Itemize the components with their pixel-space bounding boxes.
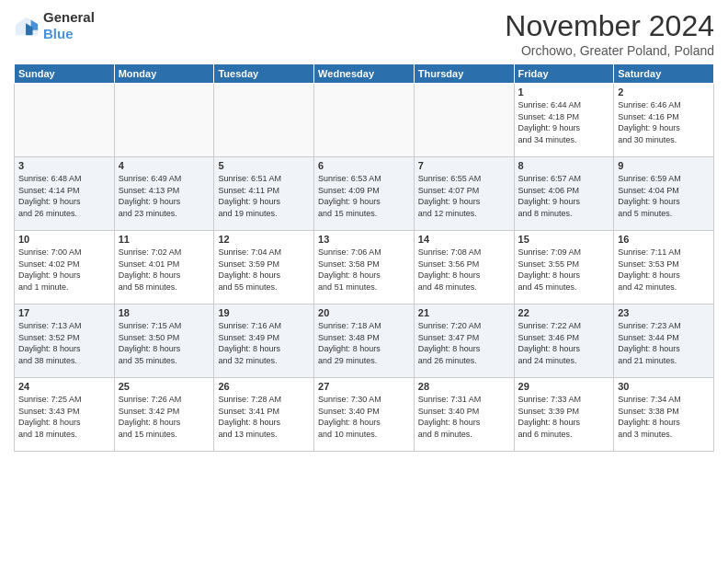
day-info: Sunrise: 6:59 AMSunset: 4:04 PMDaylight:… <box>618 173 710 219</box>
day-number: 6 <box>318 160 410 171</box>
calendar-cell: 17Sunrise: 7:13 AMSunset: 3:52 PMDayligh… <box>15 304 115 378</box>
calendar-cell: 15Sunrise: 7:09 AMSunset: 3:55 PMDayligh… <box>514 231 614 304</box>
day-number: 22 <box>518 307 610 318</box>
calendar-cell: 8Sunrise: 6:57 AMSunset: 4:06 PMDaylight… <box>514 157 614 231</box>
calendar-cell <box>214 84 314 157</box>
week-row-2: 3Sunrise: 6:48 AMSunset: 4:14 PMDaylight… <box>15 157 714 231</box>
day-info: Sunrise: 7:09 AMSunset: 3:55 PMDaylight:… <box>518 247 610 293</box>
day-info: Sunrise: 7:06 AMSunset: 3:58 PMDaylight:… <box>318 247 410 293</box>
day-number: 10 <box>18 234 110 245</box>
day-number: 15 <box>518 234 610 245</box>
day-number: 12 <box>218 234 310 245</box>
day-number: 30 <box>618 381 710 392</box>
col-wednesday: Wednesday <box>314 64 415 84</box>
day-info: Sunrise: 7:28 AMSunset: 3:41 PMDaylight:… <box>218 394 310 440</box>
calendar-cell: 28Sunrise: 7:31 AMSunset: 3:40 PMDayligh… <box>414 378 514 452</box>
day-number: 16 <box>618 234 710 245</box>
day-number: 25 <box>119 381 210 392</box>
day-info: Sunrise: 7:18 AMSunset: 3:48 PMDaylight:… <box>318 320 410 366</box>
calendar-cell <box>114 84 214 157</box>
col-friday: Friday <box>514 64 614 84</box>
day-info: Sunrise: 7:00 AMSunset: 4:02 PMDaylight:… <box>18 247 110 293</box>
day-info: Sunrise: 7:20 AMSunset: 3:47 PMDaylight:… <box>418 320 510 366</box>
day-info: Sunrise: 6:48 AMSunset: 4:14 PMDaylight:… <box>18 173 110 219</box>
col-monday: Monday <box>114 64 214 84</box>
day-number: 24 <box>18 381 110 392</box>
month-title: November 2024 <box>505 9 714 43</box>
calendar-cell: 2Sunrise: 6:46 AMSunset: 4:16 PMDaylight… <box>614 84 714 157</box>
calendar-cell: 22Sunrise: 7:22 AMSunset: 3:46 PMDayligh… <box>514 304 614 378</box>
day-info: Sunrise: 7:26 AMSunset: 3:42 PMDaylight:… <box>119 394 210 440</box>
calendar-cell: 1Sunrise: 6:44 AMSunset: 4:18 PMDaylight… <box>514 84 614 157</box>
calendar-cell: 23Sunrise: 7:23 AMSunset: 3:44 PMDayligh… <box>614 304 714 378</box>
calendar-cell: 5Sunrise: 6:51 AMSunset: 4:11 PMDaylight… <box>214 157 314 231</box>
calendar-cell: 10Sunrise: 7:00 AMSunset: 4:02 PMDayligh… <box>15 231 115 304</box>
col-tuesday: Tuesday <box>214 64 314 84</box>
header-row: Sunday Monday Tuesday Wednesday Thursday… <box>15 64 714 84</box>
calendar-cell: 14Sunrise: 7:08 AMSunset: 3:56 PMDayligh… <box>414 231 514 304</box>
day-number: 20 <box>318 307 410 318</box>
calendar-cell: 25Sunrise: 7:26 AMSunset: 3:42 PMDayligh… <box>114 378 214 452</box>
week-row-5: 24Sunrise: 7:25 AMSunset: 3:43 PMDayligh… <box>15 378 714 452</box>
day-info: Sunrise: 7:23 AMSunset: 3:44 PMDaylight:… <box>618 320 710 366</box>
day-info: Sunrise: 7:33 AMSunset: 3:39 PMDaylight:… <box>518 394 610 440</box>
logo-icon <box>14 13 40 39</box>
calendar-cell: 29Sunrise: 7:33 AMSunset: 3:39 PMDayligh… <box>514 378 614 452</box>
week-row-3: 10Sunrise: 7:00 AMSunset: 4:02 PMDayligh… <box>15 231 714 304</box>
day-number: 3 <box>18 160 110 171</box>
day-info: Sunrise: 7:08 AMSunset: 3:56 PMDaylight:… <box>418 247 510 293</box>
day-info: Sunrise: 7:22 AMSunset: 3:46 PMDaylight:… <box>518 320 610 366</box>
week-row-1: 1Sunrise: 6:44 AMSunset: 4:18 PMDaylight… <box>15 84 714 157</box>
calendar-cell: 4Sunrise: 6:49 AMSunset: 4:13 PMDaylight… <box>114 157 214 231</box>
day-number: 26 <box>218 381 310 392</box>
title-block: November 2024 Orchowo, Greater Poland, P… <box>505 9 714 58</box>
day-info: Sunrise: 6:57 AMSunset: 4:06 PMDaylight:… <box>518 173 610 219</box>
day-number: 4 <box>119 160 210 171</box>
day-number: 28 <box>418 381 510 392</box>
day-number: 1 <box>518 86 610 98</box>
day-info: Sunrise: 7:31 AMSunset: 3:40 PMDaylight:… <box>418 394 510 440</box>
logo-text: General Blue <box>43 9 95 42</box>
location: Orchowo, Greater Poland, Poland <box>505 43 714 58</box>
day-info: Sunrise: 6:44 AMSunset: 4:18 PMDaylight:… <box>518 99 610 145</box>
day-number: 2 <box>618 86 710 98</box>
calendar-cell: 20Sunrise: 7:18 AMSunset: 3:48 PMDayligh… <box>314 304 415 378</box>
day-info: Sunrise: 7:04 AMSunset: 3:59 PMDaylight:… <box>218 247 310 293</box>
day-info: Sunrise: 7:15 AMSunset: 3:50 PMDaylight:… <box>119 320 210 366</box>
day-info: Sunrise: 6:46 AMSunset: 4:16 PMDaylight:… <box>618 99 710 145</box>
day-number: 17 <box>18 307 110 318</box>
calendar-table: Sunday Monday Tuesday Wednesday Thursday… <box>14 63 714 452</box>
calendar-cell: 26Sunrise: 7:28 AMSunset: 3:41 PMDayligh… <box>214 378 314 452</box>
col-saturday: Saturday <box>614 64 714 84</box>
day-info: Sunrise: 7:13 AMSunset: 3:52 PMDaylight:… <box>18 320 110 366</box>
day-number: 29 <box>518 381 610 392</box>
day-info: Sunrise: 7:34 AMSunset: 3:38 PMDaylight:… <box>618 394 710 440</box>
col-thursday: Thursday <box>414 64 514 84</box>
day-number: 8 <box>518 160 610 171</box>
calendar-cell: 27Sunrise: 7:30 AMSunset: 3:40 PMDayligh… <box>314 378 415 452</box>
calendar-cell: 21Sunrise: 7:20 AMSunset: 3:47 PMDayligh… <box>414 304 514 378</box>
calendar-cell: 6Sunrise: 6:53 AMSunset: 4:09 PMDaylight… <box>314 157 415 231</box>
calendar-cell: 3Sunrise: 6:48 AMSunset: 4:14 PMDaylight… <box>15 157 115 231</box>
day-info: Sunrise: 7:30 AMSunset: 3:40 PMDaylight:… <box>318 394 410 440</box>
calendar-cell: 13Sunrise: 7:06 AMSunset: 3:58 PMDayligh… <box>314 231 415 304</box>
day-number: 19 <box>218 307 310 318</box>
week-row-4: 17Sunrise: 7:13 AMSunset: 3:52 PMDayligh… <box>15 304 714 378</box>
calendar-cell: 18Sunrise: 7:15 AMSunset: 3:50 PMDayligh… <box>114 304 214 378</box>
calendar-cell: 30Sunrise: 7:34 AMSunset: 3:38 PMDayligh… <box>614 378 714 452</box>
day-number: 21 <box>418 307 510 318</box>
day-number: 23 <box>618 307 710 318</box>
calendar-cell: 16Sunrise: 7:11 AMSunset: 3:53 PMDayligh… <box>614 231 714 304</box>
day-number: 13 <box>318 234 410 245</box>
day-number: 9 <box>618 160 710 171</box>
day-info: Sunrise: 6:49 AMSunset: 4:13 PMDaylight:… <box>119 173 210 219</box>
day-info: Sunrise: 7:16 AMSunset: 3:49 PMDaylight:… <box>218 320 310 366</box>
day-info: Sunrise: 6:51 AMSunset: 4:11 PMDaylight:… <box>218 173 310 219</box>
logo: General Blue <box>14 9 95 42</box>
day-info: Sunrise: 7:25 AMSunset: 3:43 PMDaylight:… <box>18 394 110 440</box>
calendar-cell <box>15 84 115 157</box>
page: General Blue November 2024 Orchowo, Grea… <box>0 0 728 563</box>
day-info: Sunrise: 6:55 AMSunset: 4:07 PMDaylight:… <box>418 173 510 219</box>
day-info: Sunrise: 6:53 AMSunset: 4:09 PMDaylight:… <box>318 173 410 219</box>
col-sunday: Sunday <box>15 64 115 84</box>
